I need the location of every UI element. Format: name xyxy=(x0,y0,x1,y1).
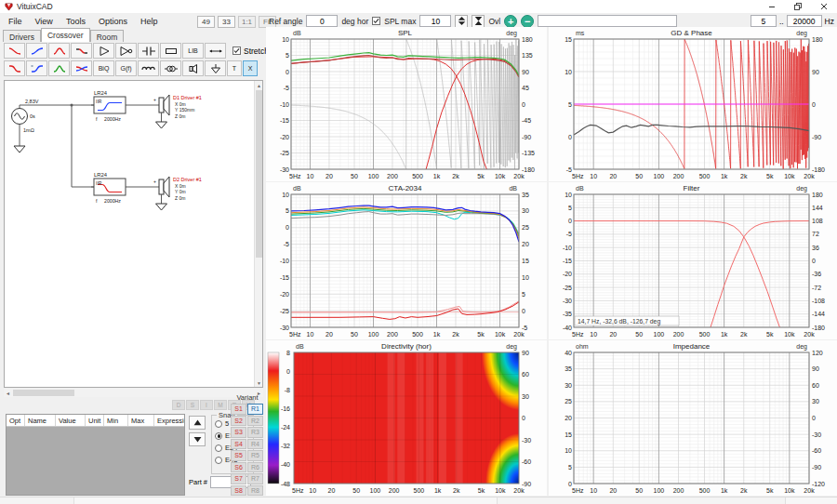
button-d[interactable]: D xyxy=(172,400,185,410)
radio-icon[interactable] xyxy=(215,457,222,464)
directivity-chart[interactable]: 80-8-16-24-32-40-48Directivity (hor)dBde… xyxy=(266,340,547,496)
button-m[interactable]: M xyxy=(214,400,227,410)
restore-button[interactable] xyxy=(785,0,811,13)
gain-block-button[interactable] xyxy=(93,43,114,59)
biquad-block-button[interactable]: BiQ xyxy=(93,60,114,76)
shelf-high-block-button[interactable] xyxy=(26,60,47,76)
col-header-value[interactable]: Value xyxy=(56,415,86,426)
library-part-button[interactable]: LIB xyxy=(182,43,204,59)
col-header-max[interactable]: Max xyxy=(128,415,154,426)
radio-icon[interactable] xyxy=(215,420,222,428)
bandpass-block-button[interactable] xyxy=(48,43,70,59)
col-header-name[interactable]: Name xyxy=(25,415,56,426)
schematic-vertical-scrollbar[interactable]: ▲ ▼ xyxy=(254,81,262,387)
variant-r2-button[interactable]: R2 xyxy=(247,416,263,427)
spl-max-spinner[interactable] xyxy=(455,15,468,28)
overlay-name-input[interactable] xyxy=(538,15,677,27)
tab-crossover[interactable]: Crossover xyxy=(41,28,90,42)
stretch-checkbox[interactable] xyxy=(232,46,241,55)
lowpass-block-button[interactable] xyxy=(4,43,25,59)
variant-r5-button[interactable]: R5 xyxy=(247,450,263,461)
gd-phase-chart[interactable]: GD & Phasemsdeg-5051015-180-900901805Hz1… xyxy=(549,27,837,181)
buffer-block-button[interactable] xyxy=(115,43,137,59)
move-down-button[interactable] xyxy=(189,432,206,446)
tab-room[interactable]: Room xyxy=(90,30,125,42)
move-up-button[interactable] xyxy=(189,416,206,430)
spl-chart[interactable]: SPLdBdeg-30-25-20-15-10-50510-180-135-90… xyxy=(266,27,547,181)
col-header-opt[interactable]: Opt xyxy=(7,415,25,426)
button-s[interactable]: S xyxy=(186,400,199,410)
spl-max-checkbox[interactable] xyxy=(372,17,380,25)
overlay-add-button[interactable]: + xyxy=(504,15,517,28)
variant-s8-button[interactable]: S8 xyxy=(231,485,246,497)
variant-s4-button[interactable]: S4 xyxy=(231,439,246,450)
schematic-horizontal-scrollbar[interactable]: ◄ ► xyxy=(4,389,263,397)
radio-icon[interactable] xyxy=(215,444,222,452)
capacitor-button[interactable] xyxy=(138,43,159,59)
scroll-up-icon[interactable]: ▲ xyxy=(255,81,263,89)
col-header-min[interactable]: Min xyxy=(104,415,128,426)
crossover-block-button[interactable] xyxy=(71,60,92,76)
freq-min-input[interactable] xyxy=(751,15,777,27)
filter-chart[interactable]: FilterdBdeg-40-35-30-25-20-15-10-50510-1… xyxy=(549,182,837,339)
driver1-symbol[interactable]: + xyxy=(153,95,169,128)
gain-function-block-button[interactable]: G(f) xyxy=(115,60,137,76)
overlay-remove-button[interactable]: − xyxy=(521,15,534,28)
variant-r7-button[interactable]: R7 xyxy=(247,473,263,484)
variant-r1-button[interactable]: R1 xyxy=(247,404,263,415)
variant-r3-button[interactable]: R3 xyxy=(247,427,263,438)
transformer-button[interactable] xyxy=(160,60,181,76)
variant-r4-button[interactable]: R4 xyxy=(247,439,263,450)
variant-s7-button[interactable]: S7 xyxy=(231,473,246,484)
text-tool-button[interactable]: T xyxy=(227,60,242,76)
ref-angle-input[interactable] xyxy=(306,15,338,27)
variant-r8-button[interactable]: R8 xyxy=(247,485,263,497)
menu-item-file[interactable]: File xyxy=(2,15,29,28)
menu-item-tools[interactable]: Tools xyxy=(60,15,92,28)
menu-item-options[interactable]: Options xyxy=(92,15,134,28)
wire-button[interactable] xyxy=(205,43,226,59)
component-table[interactable]: Opt Name Value Unit Min Max Expression xyxy=(6,414,185,496)
zoom-33-button[interactable]: 33 xyxy=(218,16,235,28)
shelf-block-button[interactable] xyxy=(71,43,92,59)
autoscale-button[interactable] xyxy=(472,15,485,28)
minimize-button[interactable] xyxy=(759,0,785,13)
zoom-49-button[interactable]: 49 xyxy=(197,16,215,28)
col-header-unit[interactable]: Unit xyxy=(86,415,104,426)
scroll-down-icon[interactable]: ▼ xyxy=(255,378,263,387)
menu-item-help[interactable]: Help xyxy=(134,15,165,28)
variant-s6-button[interactable]: S6 xyxy=(231,462,246,473)
variant-s2-button[interactable]: S2 xyxy=(231,416,246,427)
vertical-scroll-thumb[interactable] xyxy=(256,90,262,258)
resistor-button[interactable] xyxy=(160,43,181,59)
scroll-left-icon[interactable]: ◄ xyxy=(4,389,12,397)
variant-s5-button[interactable]: S5 xyxy=(231,450,246,461)
impedance-chart[interactable]: Impedanceohmdeg0510152025303540-120-90-6… xyxy=(549,340,837,496)
driver-button[interactable] xyxy=(182,60,204,76)
tab-drivers[interactable]: Drivers xyxy=(3,30,41,42)
shelf-low-block-button[interactable] xyxy=(4,60,25,76)
highpass-block-button[interactable] xyxy=(26,43,47,59)
schematic-canvas[interactable]: 2,83V 0s 1mΩ LR24 IIR f 2000Hz LR24 IIR … xyxy=(5,81,255,387)
stretch-option[interactable]: Stretch xyxy=(232,46,269,56)
peak-eq-block-button[interactable] xyxy=(48,60,70,76)
driver2-symbol[interactable]: + xyxy=(153,177,169,210)
zoom-1to1-button[interactable]: 1:1 xyxy=(238,16,256,28)
spl-max-input[interactable] xyxy=(419,15,451,27)
variant-s1-button[interactable]: S1 xyxy=(231,404,246,415)
horizontal-scroll-thumb[interactable] xyxy=(13,390,74,396)
menu-item-view[interactable]: View xyxy=(29,15,60,28)
freq-max-input[interactable] xyxy=(787,15,822,27)
delete-mode-button[interactable]: X xyxy=(243,60,258,76)
variant-s3-button[interactable]: S3 xyxy=(231,427,246,438)
radio-icon[interactable] xyxy=(215,432,222,440)
cta2034-chart[interactable]: CTA-2034dBdB-30-25-20-15-10-50510-505101… xyxy=(266,182,547,339)
ground-button[interactable] xyxy=(205,60,226,76)
schematic-panel[interactable]: 2,83V 0s 1mΩ LR24 IIR f 2000Hz LR24 IIR … xyxy=(4,80,263,388)
button-i[interactable]: I xyxy=(200,400,213,410)
statusbar xyxy=(0,497,837,504)
col-header-expression[interactable]: Expression xyxy=(154,415,184,426)
inductor-button[interactable] xyxy=(138,60,159,76)
variant-r6-button[interactable]: R6 xyxy=(247,462,263,473)
close-button[interactable] xyxy=(811,0,837,13)
